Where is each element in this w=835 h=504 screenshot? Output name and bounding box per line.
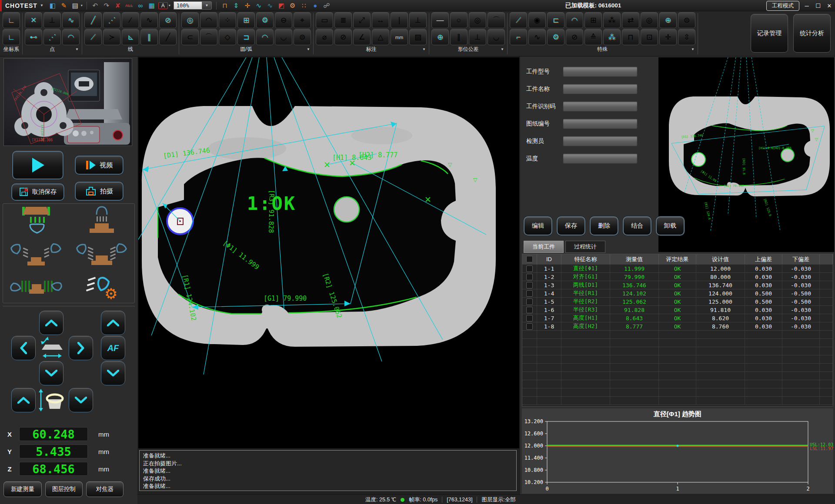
arc-icon[interactable]: ◠ [200, 12, 217, 28]
video-button[interactable]: 视频 [75, 156, 124, 175]
table-row[interactable]: 1-4半径[R1]124.102OK124.0000.500-0.500 [522, 289, 833, 298]
redo-icon[interactable]: ↷ [102, 1, 111, 10]
ellipse-icon[interactable]: ⊜ [294, 29, 311, 45]
arc-tangent-icon[interactable]: ⌒ [200, 29, 217, 45]
combine-button[interactable]: 结合 [623, 216, 651, 235]
row-checkbox[interactable] [526, 256, 533, 262]
zoom-level-value[interactable]: 100% [174, 1, 202, 10]
save-icon[interactable]: ◧ [48, 1, 57, 10]
toolbar-group-caret[interactable]: ▼ [691, 47, 695, 51]
circle-dome-icon[interactable]: ◠ [256, 29, 274, 45]
gdt-position-icon[interactable]: ⊕ [431, 29, 449, 45]
special-probe-icon[interactable]: ⟋ [510, 12, 527, 28]
special-target-icon[interactable]: ◎ [641, 12, 658, 28]
delete-all-icon[interactable]: ALL [124, 1, 134, 10]
line-wave-icon[interactable]: ∿ [140, 12, 158, 28]
table-row[interactable]: 1-3两线[D1]136.746OK136.7400.030-0.030 [522, 281, 833, 289]
row-checkbox[interactable] [526, 290, 533, 297]
link-icon[interactable]: ∞ [136, 1, 145, 10]
layer-control-button[interactable]: 图层控制 [45, 481, 83, 497]
stage-left-button[interactable] [11, 336, 36, 360]
light-side-angled-2[interactable] [69, 237, 134, 270]
table-row[interactable]: 1-6半径[R3]91.828OK91.8100.030-0.030 [522, 306, 833, 314]
light-bottom[interactable] [69, 204, 134, 237]
row-checkbox[interactable] [526, 307, 533, 313]
gdt-concentric-icon[interactable]: ◎ [469, 12, 486, 28]
stage-icon[interactable]: ⊓ [220, 1, 230, 10]
dim-diameter2-icon[interactable]: ⊘ [334, 29, 352, 45]
status-layer-display[interactable]: 图层显示:全部 [481, 496, 515, 504]
edit-button[interactable]: 编辑 [524, 216, 552, 235]
point-two-icon[interactable]: ⋰ [43, 29, 61, 45]
form-input-3[interactable] [563, 101, 638, 112]
row-checkbox[interactable] [526, 315, 533, 322]
capture-button[interactable]: 拍摄 [75, 182, 124, 201]
special-peaks-icon[interactable]: ≙ [584, 29, 602, 45]
light-side-horizontal[interactable] [3, 270, 69, 303]
form-input-2[interactable] [563, 84, 638, 94]
delete-button[interactable]: 删除 [590, 216, 618, 235]
cube-3d-icon[interactable]: ◩ [277, 1, 286, 10]
robot-icon[interactable]: ☍ [322, 1, 331, 10]
csys-machine-icon[interactable]: ∟ [3, 12, 20, 28]
minimize-button[interactable]: ─ [803, 3, 811, 9]
special-ring-icon[interactable]: ◉ [528, 12, 546, 28]
special-comb-icon[interactable]: ⊞ [584, 12, 602, 28]
line-fit-icon[interactable]: ╱ [84, 12, 102, 28]
run-button[interactable] [12, 151, 63, 179]
toolbar-group-caret[interactable]: ▼ [307, 47, 310, 51]
cancel-save-button[interactable]: 取消保存 [11, 183, 64, 201]
special-arch-icon[interactable]: ◠ [566, 12, 583, 28]
special-cross-icon[interactable]: ✛ [659, 29, 677, 45]
print-icon[interactable]: ▤ [70, 1, 80, 10]
row-checkbox[interactable] [526, 298, 533, 305]
app-menu-caret-icon[interactable]: ▼ [40, 3, 43, 7]
font-icon[interactable]: A [158, 2, 168, 9]
line-angle-icon[interactable]: ≻ [103, 29, 120, 45]
point-intersect-icon[interactable]: ✕ [25, 12, 42, 28]
tab-current-part[interactable]: 当前工件 [524, 241, 564, 253]
undo-icon[interactable]: ↶ [90, 1, 100, 10]
row-checkbox[interactable] [526, 282, 533, 288]
special-bracket-icon[interactable]: ⊓ [622, 29, 639, 45]
special-height-icon[interactable]: ⇳ [678, 29, 695, 45]
form-input-6[interactable] [563, 153, 638, 164]
special-dial-icon[interactable]: ⊘ [566, 29, 583, 45]
gdt-roundness-icon[interactable]: ○ [450, 12, 468, 28]
dim-triangle-icon[interactable]: △ [372, 29, 389, 45]
ring-light-up-button[interactable] [11, 388, 36, 412]
save-button[interactable]: 保存 [557, 216, 585, 235]
dim-lines-icon[interactable]: ≣ [334, 12, 352, 28]
row-checkbox[interactable] [526, 274, 533, 280]
special-slot-icon[interactable]: ⊜ [678, 12, 695, 28]
point-middle-icon[interactable]: ⊷ [25, 29, 42, 45]
circle-box-icon[interactable]: ⊞ [237, 12, 255, 28]
form-input-5[interactable] [563, 136, 638, 146]
line-parallel-icon[interactable]: ∥ [140, 29, 158, 45]
app-menu-chotest[interactable]: CHOTEST [2, 2, 40, 9]
line-2point-icon[interactable]: ⋰ [103, 12, 120, 28]
focus-tool-button[interactable]: 对焦器 [86, 481, 124, 497]
stage-down-button[interactable] [39, 361, 63, 385]
stage-up-button[interactable] [39, 311, 63, 335]
circle-minus-icon[interactable]: ⊖ [275, 12, 292, 28]
table-row[interactable]: 1-1直径[Φ1]11.999OK12.0000.030-0.030 [522, 265, 833, 273]
delete-icon[interactable]: ✘ [113, 1, 123, 10]
csys-part-icon[interactable]: ∟ [3, 29, 20, 45]
gdt-perpendicular-icon[interactable]: ⊥ [469, 29, 486, 45]
special-cloud-icon[interactable]: ⁂ [603, 12, 621, 28]
line-diag-icon[interactable]: ╱ [159, 29, 177, 45]
light-side-angled[interactable] [3, 237, 69, 270]
toolbar-group-caret[interactable]: ▼ [422, 47, 426, 51]
dim-horizontal-icon[interactable]: ↔ [372, 12, 389, 28]
circle-grid-icon[interactable]: ⁘ [219, 12, 236, 28]
autofocus-button[interactable]: AF [101, 336, 125, 360]
gear-icon[interactable]: ⚙ [288, 1, 297, 10]
arc-left-icon[interactable]: ⊂ [181, 29, 199, 45]
special-move-icon[interactable]: ⊕ [659, 12, 677, 28]
special-corner-icon[interactable]: ⌐ [510, 29, 527, 45]
table-row[interactable]: 1-7高度[H1]8.643OK8.6200.030-0.030 [522, 314, 833, 322]
light-coaxial-top[interactable] [3, 204, 69, 237]
circle-corner-icon[interactable]: ⊐ [237, 29, 255, 45]
dim-diag-icon[interactable]: ⤢ [353, 12, 371, 28]
